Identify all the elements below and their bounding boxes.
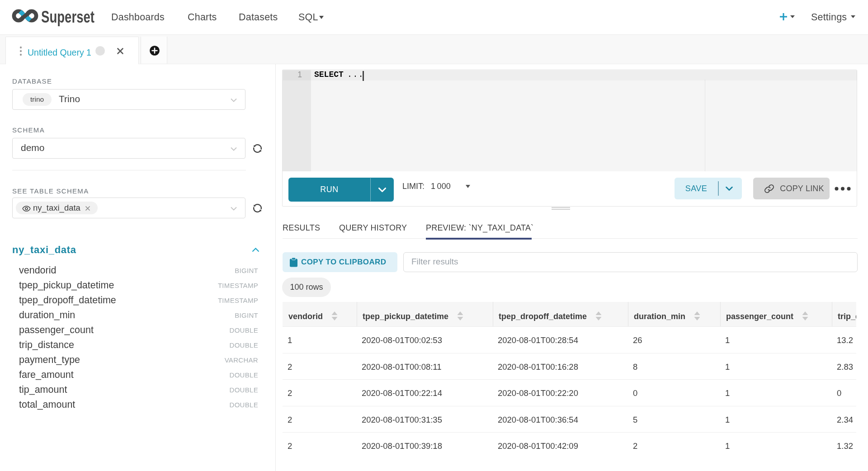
svg-text:Superset: Superset <box>41 8 94 26</box>
